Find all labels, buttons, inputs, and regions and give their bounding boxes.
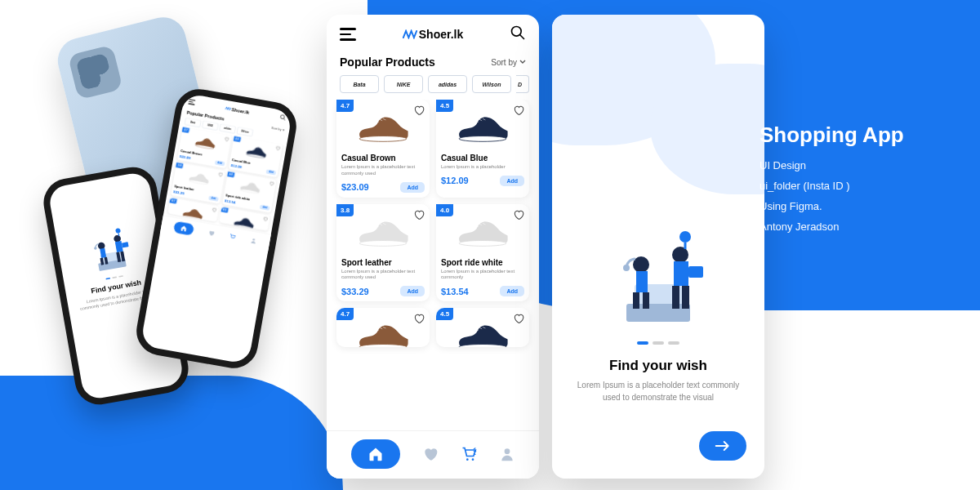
page-dot[interactable] (668, 341, 679, 345)
product-image (341, 108, 425, 150)
product-card[interactable]: 4.5 (436, 308, 529, 347)
nav-cart[interactable] (461, 446, 477, 462)
svg-point-27 (459, 345, 506, 348)
heart-icon (422, 446, 439, 462)
svg-point-22 (359, 136, 407, 142)
product-image (441, 316, 524, 347)
brand-chip[interactable]: Wilson (472, 75, 511, 93)
product-price: $13.54 (441, 287, 469, 296)
svg-point-23 (459, 136, 506, 142)
promo-title: Shopping App (760, 122, 939, 148)
svg-rect-36 (643, 292, 649, 309)
svg-rect-40 (682, 286, 689, 309)
brand-chip[interactable]: Bata (340, 75, 379, 93)
svg-point-43 (679, 231, 691, 243)
brand-filter-row: BataNIKEadidasWilsonD (327, 75, 539, 100)
nav-home[interactable] (351, 439, 400, 469)
app-logo: Shoer.lk (403, 28, 463, 41)
svg-point-29 (471, 458, 474, 461)
svg-rect-38 (674, 261, 688, 286)
favorite-icon[interactable] (413, 105, 425, 119)
product-image (341, 212, 425, 255)
svg-point-42 (623, 265, 630, 271)
svg-rect-10 (122, 242, 129, 247)
product-title: Casual Brown (341, 154, 425, 163)
product-title: Sport ride white (441, 258, 524, 267)
product-card[interactable]: 3.8Sport leatherLorem Ipsum is a placeho… (336, 204, 430, 302)
product-image (441, 212, 524, 255)
rating-badge: 4.0 (436, 204, 453, 216)
sort-button[interactable]: Sort by (491, 58, 526, 67)
svg-point-25 (459, 240, 506, 246)
phone-listing-screen: Shoer.lk Popular Products Sort by BataNI… (327, 15, 539, 479)
menu-icon[interactable] (340, 28, 356, 41)
onboarding-title: Find your wish (552, 358, 764, 374)
onboarding-description: Lorem Ipsum is a placeholder text common… (572, 379, 745, 403)
product-desc: Lorem Ipsum is a placeholder (441, 164, 524, 171)
svg-point-28 (466, 458, 469, 461)
phone-onboarding-screen: Find your wish Lorem Ipsum is a placehol… (552, 15, 764, 479)
nav-profile[interactable] (499, 446, 515, 462)
product-title: Sport leather (341, 258, 425, 267)
svg-rect-35 (633, 292, 639, 309)
product-price: $12.09 (441, 176, 469, 185)
svg-point-24 (359, 240, 407, 246)
product-desc: Lorem Ipsum is a placeholder text common… (341, 164, 425, 177)
user-icon (499, 446, 515, 462)
svg-point-20 (252, 238, 255, 241)
brand-chip[interactable]: D (516, 75, 529, 93)
page-dot-active[interactable] (637, 341, 648, 345)
svg-point-13 (280, 114, 284, 118)
rating-badge: 4.7 (336, 308, 354, 320)
product-image (441, 108, 524, 150)
search-icon[interactable] (510, 24, 526, 44)
svg-rect-41 (688, 266, 703, 278)
product-price: $23.09 (341, 182, 369, 192)
favorite-icon[interactable] (513, 313, 524, 327)
section-title: Popular Products (340, 56, 435, 69)
page-dot[interactable] (653, 341, 664, 345)
arrow-right-icon (715, 440, 731, 452)
add-button[interactable]: Add (400, 286, 425, 296)
product-card[interactable]: 4.0Sport ride whiteLorem Ipsum is a plac… (436, 204, 529, 302)
product-card[interactable]: 4.7 (336, 308, 430, 347)
product-grid: 4.7Casual BrownLorem Ipsum is a placehol… (327, 100, 539, 430)
rating-badge: 4.5 (436, 100, 453, 112)
next-button[interactable] (699, 431, 746, 461)
favorite-icon[interactable] (413, 209, 425, 224)
nav-favorites[interactable] (422, 446, 439, 462)
product-title: Casual Blue (441, 154, 524, 163)
promo-text: Shopping App UI Design ui_folder (Insta … (760, 122, 939, 241)
home-icon (368, 446, 384, 462)
brand-chip[interactable]: adidas (428, 75, 467, 93)
rating-badge: 4.5 (436, 308, 453, 320)
brand-chip[interactable]: NIKE (384, 75, 423, 93)
favorite-icon[interactable] (513, 209, 524, 224)
product-desc: Lorem Ipsum is a placeholder text common… (341, 269, 425, 282)
add-button[interactable]: Add (400, 182, 425, 193)
bottom-nav (327, 430, 539, 479)
svg-rect-7 (115, 241, 123, 252)
svg-rect-34 (636, 271, 648, 292)
svg-point-26 (359, 345, 407, 348)
favorite-icon[interactable] (513, 105, 524, 119)
cart-icon (461, 446, 477, 462)
product-image (341, 316, 425, 347)
svg-rect-39 (672, 286, 679, 309)
chevron-down-icon (519, 60, 526, 65)
page-indicator (552, 341, 764, 345)
onboarding-illustration (552, 225, 764, 332)
svg-point-11 (94, 247, 97, 250)
product-card[interactable]: 4.5Casual BlueLorem Ipsum is a placehold… (436, 100, 529, 198)
product-price: $33.29 (341, 287, 369, 296)
product-desc: Lorem Ipsum is a placeholder text common… (441, 269, 524, 282)
svg-point-12 (115, 228, 121, 234)
rating-badge: 4.7 (336, 100, 354, 112)
rating-badge: 3.8 (336, 204, 354, 216)
add-button[interactable]: Add (500, 176, 524, 186)
svg-point-30 (504, 448, 510, 454)
product-card[interactable]: 4.7Casual BrownLorem Ipsum is a placehol… (336, 100, 430, 198)
favorite-icon[interactable] (413, 313, 425, 327)
add-button[interactable]: Add (500, 286, 524, 296)
